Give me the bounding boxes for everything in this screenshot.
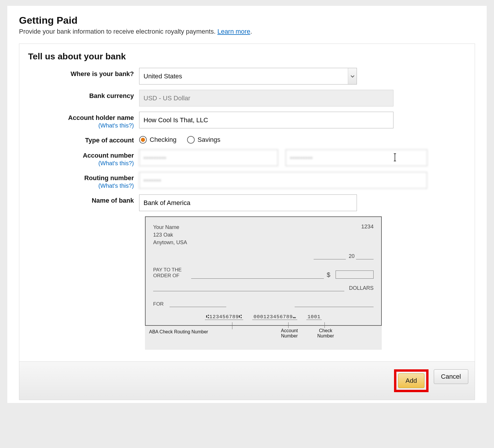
section-title: Tell us about your bank	[28, 51, 466, 61]
bank-location-label: Where is your bank?	[71, 70, 134, 77]
account-number-input[interactable]	[139, 149, 278, 166]
bank-currency-readonly: USD - US Dollar	[139, 90, 393, 106]
account-number-whats-this-link[interactable]: (What's this?)	[28, 160, 134, 167]
check-micr-check: 1001	[306, 314, 322, 320]
check-label-routing: ABA Check Routing Number	[149, 329, 208, 335]
check-dollars-label: DOLLARS	[349, 285, 374, 291]
account-type-checking-label: Checking	[150, 136, 177, 144]
page-subtitle: Provide your bank information to receive…	[19, 28, 475, 35]
radio-icon	[187, 136, 195, 144]
account-number-confirm-input[interactable]	[286, 149, 427, 166]
routing-number-label: Routing number	[84, 174, 134, 182]
check-payto2: ORDER OF	[153, 273, 188, 279]
subtitle-suffix: .	[250, 28, 252, 35]
check-label-account-2: Number	[275, 333, 304, 339]
bank-form-panel: Tell us about your bank Where is your ba…	[19, 44, 475, 400]
bank-name-input[interactable]	[139, 194, 357, 211]
account-type-checking-radio[interactable]: Checking	[139, 136, 177, 144]
account-type-label: Type of account	[85, 137, 134, 144]
check-for-label: FOR	[153, 301, 164, 307]
cancel-button[interactable]: Cancel	[434, 369, 468, 384]
check-label-account-1: Account	[275, 328, 304, 333]
routing-number-whats-this-link[interactable]: (What's this?)	[28, 182, 134, 189]
check-label-check-1: Check	[311, 328, 340, 333]
add-button-highlight: Add	[394, 369, 428, 392]
account-number-label: Account number	[83, 152, 134, 159]
chevron-down-icon	[348, 68, 357, 84]
bank-name-label: Name of bank	[92, 197, 134, 204]
subtitle-text: Provide your bank information to receive…	[19, 28, 217, 35]
routing-number-input[interactable]	[139, 172, 427, 189]
bank-location-value: United States	[139, 73, 348, 80]
check-date-prefix: 20	[349, 253, 355, 259]
check-payto1: PAY TO THE	[153, 267, 188, 273]
account-holder-whats-this-link[interactable]: (What's this?)	[28, 122, 134, 129]
check-micr-routing: ⑆123456789⑆	[205, 314, 243, 320]
account-type-savings-label: Savings	[198, 136, 220, 144]
check-diagram: Your Name 123 Oak Anytown, USA 1234 20 P…	[145, 216, 382, 350]
account-type-savings-radio[interactable]: Savings	[187, 136, 220, 144]
bank-location-select[interactable]: United States	[139, 68, 357, 85]
check-addr1: 123 Oak	[153, 231, 187, 239]
check-number: 1234	[361, 223, 374, 246]
check-name: Your Name	[153, 223, 187, 231]
check-addr2: Anytown, USA	[153, 239, 187, 246]
learn-more-link[interactable]: Learn more	[217, 28, 251, 35]
account-holder-label: Account holder name	[68, 114, 134, 121]
page-title: Getting Paid	[19, 15, 475, 26]
radio-icon	[139, 136, 147, 144]
bank-currency-label: Bank currency	[89, 92, 134, 99]
check-micr-account: 000123456789⑉	[252, 314, 297, 320]
account-holder-input[interactable]	[139, 112, 393, 128]
check-label-check-2: Number	[311, 333, 340, 339]
add-button[interactable]: Add	[398, 373, 424, 388]
check-dollar-sign: $	[327, 271, 330, 279]
